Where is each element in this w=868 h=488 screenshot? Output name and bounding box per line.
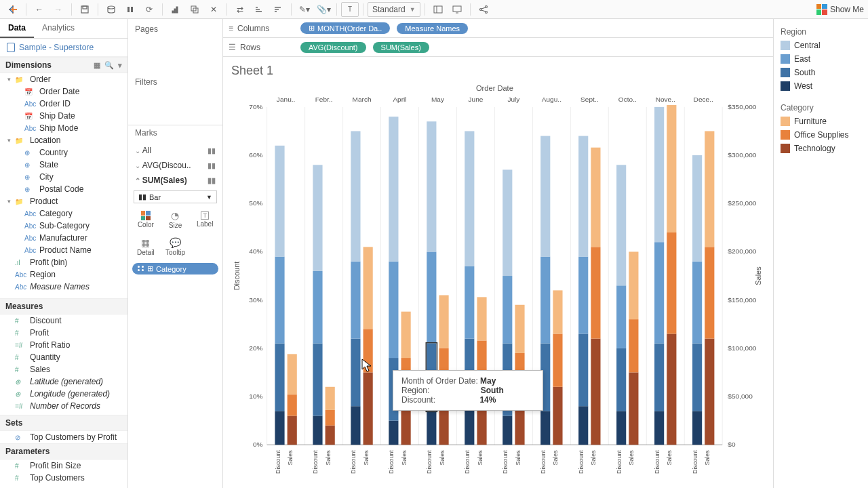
view-icon[interactable]: ▦ — [94, 61, 100, 70]
tooltip-shelf[interactable]: 💬Tooltip — [161, 233, 191, 260]
svg-rect-151 — [591, 247, 600, 338]
mark-type-selector[interactable]: ▮▮Bar▼ — [134, 190, 217, 203]
legend-office[interactable]: Office Supplies — [781, 130, 861, 140]
size-shelf[interactable]: ◔Size — [161, 206, 191, 233]
legend-south[interactable]: South — [781, 68, 861, 77]
svg-text:Sept..: Sept.. — [580, 96, 598, 103]
color-pill-category[interactable]: ⊞ Category — [132, 263, 218, 274]
svg-text:Discount: Discount — [274, 450, 281, 474]
tab-data[interactable]: Data — [0, 19, 34, 38]
meas-profit-ratio[interactable]: =#Profit Ratio — [0, 339, 127, 351]
svg-rect-19 — [275, 11, 277, 12]
legend-category-title: Category — [781, 103, 861, 113]
highlight-button[interactable]: ✎▾ — [296, 2, 313, 17]
labels-button[interactable]: T — [341, 2, 359, 17]
group-button[interactable]: 📎▾ — [315, 2, 332, 17]
duplicate-button[interactable] — [186, 2, 203, 17]
pages-shelf-title: Pages — [128, 19, 222, 39]
meas-quantity[interactable]: #Quantity — [0, 351, 127, 363]
meas-lat[interactable]: ⊕Latitude (generated) — [0, 375, 127, 388]
dim-profit-bin[interactable]: .ılProfit (bin) — [0, 256, 127, 268]
share-button[interactable] — [475, 2, 492, 17]
sort-asc-button[interactable] — [250, 2, 268, 17]
new-datasource-button[interactable] — [102, 2, 120, 17]
meas-discount[interactable]: #Discount — [0, 314, 127, 327]
dim-prodname[interactable]: AbcProduct Name — [0, 244, 127, 256]
svg-rect-147 — [578, 333, 588, 406]
param-top[interactable]: #Top Customers — [0, 472, 127, 484]
show-me-button[interactable]: Show Me — [816, 4, 864, 15]
dim-state[interactable]: ⊕State — [0, 159, 127, 171]
dim-order-id[interactable]: AbcOrder ID — [0, 98, 127, 110]
swap-button[interactable]: ⇄ — [231, 2, 249, 17]
back-button[interactable]: ← — [31, 2, 48, 17]
set-top-cust[interactable]: ⊘Top Customers by Profit — [0, 431, 127, 443]
pause-button[interactable] — [121, 2, 139, 17]
dim-city[interactable]: ⊕City — [0, 171, 127, 183]
pill-sum-sales[interactable]: SUM(Sales) — [373, 42, 429, 53]
legend-east[interactable]: East — [781, 54, 861, 64]
marks-sum-sales[interactable]: ⌃ SUM(Sales)▮▮ — [128, 173, 222, 188]
dim-ship-mode[interactable]: AbcShip Mode — [0, 122, 127, 134]
svg-text:$0: $0 — [728, 441, 736, 448]
svg-rect-159 — [629, 372, 638, 445]
tab-analytics[interactable]: Analytics — [34, 19, 83, 38]
legend-west[interactable]: West — [781, 81, 861, 91]
pill-measure-names[interactable]: Measure Names — [397, 23, 468, 34]
svg-rect-176 — [692, 155, 702, 262]
chart[interactable]: Janu..Febr..MarchAprilMayJuneJulyAugu..S… — [229, 80, 770, 485]
dim-country[interactable]: ⊕Country — [0, 146, 127, 159]
presentation-button[interactable] — [448, 2, 466, 17]
datasource-row[interactable]: Sample - Superstore — [0, 39, 127, 57]
detail-shelf[interactable]: ▦Detail — [131, 233, 161, 260]
sheet-title[interactable]: Sheet 1 — [229, 61, 773, 79]
meas-sales[interactable]: #Sales — [0, 363, 127, 375]
svg-rect-149 — [578, 136, 588, 257]
show-cards-button[interactable] — [429, 2, 447, 17]
search-icon[interactable]: 🔍 — [104, 61, 114, 70]
refresh-button[interactable]: ⟳ — [140, 2, 158, 17]
svg-text:Discount: Discount — [616, 450, 623, 474]
svg-rect-8 — [131, 7, 133, 12]
meas-lon[interactable]: ⊕Longitude (generated) — [0, 388, 127, 400]
fit-selector[interactable]: Standard▼ — [368, 2, 420, 17]
dim-category[interactable]: AbcCategory — [0, 207, 127, 220]
dim-region[interactable]: AbcRegion — [0, 268, 127, 281]
dim-manufacturer[interactable]: AbcManufacturer — [0, 232, 127, 244]
dim-measure-names[interactable]: AbcMeasure Names — [0, 281, 127, 293]
legend-central[interactable]: Central — [781, 41, 861, 50]
label-shelf[interactable]: TLabel — [190, 206, 220, 233]
dim-ship-date[interactable]: 📅Ship Date — [0, 110, 127, 122]
legend-tech[interactable]: Technology — [781, 144, 861, 153]
dim-product[interactable]: ▾📁Product — [0, 195, 127, 207]
param-bin[interactable]: #Profit Bin Size — [0, 460, 127, 472]
dim-location[interactable]: ▾📁Location — [0, 134, 127, 146]
color-icon — [141, 211, 151, 220]
database-icon — [7, 43, 15, 52]
legend-furniture[interactable]: Furniture — [781, 117, 861, 126]
sort-desc-button[interactable] — [269, 2, 287, 17]
color-shelf[interactable]: Color — [131, 206, 161, 233]
dim-order-date[interactable]: 📅Order Date — [0, 85, 127, 98]
forward-button[interactable]: → — [50, 2, 67, 17]
filters-shelf[interactable] — [132, 92, 218, 119]
save-button[interactable] — [76, 2, 94, 17]
new-worksheet-button[interactable] — [167, 2, 184, 17]
tableau-logo-icon[interactable] — [4, 2, 22, 17]
marks-avg-disc[interactable]: ⌄ AVG(Discou..▮▮ — [128, 158, 222, 173]
menu-icon[interactable]: ▾ — [118, 61, 122, 70]
meas-profit[interactable]: #Profit — [0, 327, 127, 339]
meas-nrec[interactable]: =#Number of Records — [0, 400, 127, 412]
dim-postal[interactable]: ⊕Postal Code — [0, 183, 127, 195]
marks-title: Marks — [128, 128, 222, 143]
svg-rect-10 — [174, 9, 176, 13]
pill-avg-discount[interactable]: AVG(Discount) — [300, 42, 366, 53]
svg-rect-106 — [401, 358, 411, 396]
pages-shelf[interactable] — [132, 39, 218, 66]
pill-month[interactable]: ⊞ MONTH(Order Da.. — [300, 22, 390, 34]
clear-button[interactable]: ✕ — [205, 2, 222, 17]
marks-all[interactable]: ⌄ All▮▮ — [128, 143, 222, 158]
svg-text:May: May — [431, 96, 444, 103]
dim-order[interactable]: ▾📁Order — [0, 73, 127, 85]
dim-subcat[interactable]: AbcSub-Category — [0, 220, 127, 232]
